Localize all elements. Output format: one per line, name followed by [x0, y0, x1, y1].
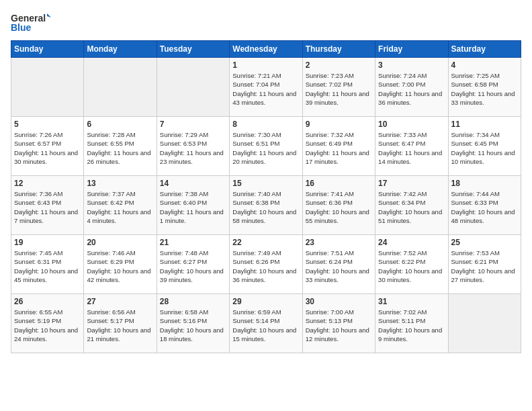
- day-info: Sunrise: 7:37 AMSunset: 6:42 PMDaylight:…: [87, 189, 153, 225]
- calendar-cell: 6Sunrise: 7:28 AMSunset: 6:55 PMDaylight…: [84, 117, 157, 176]
- calendar-cell: 12Sunrise: 7:36 AMSunset: 6:43 PMDayligh…: [11, 176, 84, 235]
- calendar-cell: [84, 58, 157, 117]
- calendar-table: SundayMondayTuesdayWednesdayThursdayFrid…: [11, 40, 521, 353]
- day-info: Sunrise: 7:52 AMSunset: 6:22 PMDaylight:…: [378, 248, 445, 284]
- calendar-cell: 5Sunrise: 7:26 AMSunset: 6:57 PMDaylight…: [11, 117, 84, 176]
- calendar-cell: 31Sunrise: 7:02 AMSunset: 5:11 PMDayligh…: [375, 294, 448, 353]
- day-number: 6: [87, 120, 153, 129]
- day-info: Sunrise: 7:29 AMSunset: 6:53 PMDaylight:…: [160, 130, 226, 166]
- calendar-cell: 11Sunrise: 7:34 AMSunset: 6:45 PMDayligh…: [448, 117, 521, 176]
- day-number: 17: [378, 179, 445, 188]
- day-number: 2: [306, 60, 372, 70]
- calendar-cell: 8Sunrise: 7:30 AMSunset: 6:51 PMDaylight…: [230, 117, 302, 176]
- day-number: 5: [14, 120, 81, 129]
- day-info: Sunrise: 7:46 AMSunset: 6:29 PMDaylight:…: [87, 248, 153, 284]
- day-number: 31: [378, 297, 445, 306]
- calendar-cell: 18Sunrise: 7:44 AMSunset: 6:33 PMDayligh…: [448, 176, 521, 235]
- calendar-week-2: 5Sunrise: 7:26 AMSunset: 6:57 PMDaylight…: [11, 117, 521, 176]
- day-number: 14: [160, 179, 226, 188]
- calendar-cell: 10Sunrise: 7:33 AMSunset: 6:47 PMDayligh…: [375, 117, 448, 176]
- day-info: Sunrise: 7:38 AMSunset: 6:40 PMDaylight:…: [160, 189, 226, 225]
- day-info: Sunrise: 6:56 AMSunset: 5:17 PMDaylight:…: [87, 308, 153, 343]
- day-number: 16: [306, 179, 372, 188]
- calendar-cell: 14Sunrise: 7:38 AMSunset: 6:40 PMDayligh…: [157, 176, 229, 235]
- day-number: 24: [378, 238, 445, 247]
- weekday-header-thursday: Thursday: [302, 41, 375, 58]
- day-info: Sunrise: 6:58 AMSunset: 5:16 PMDaylight:…: [160, 308, 226, 343]
- calendar-cell: 25Sunrise: 7:53 AMSunset: 6:21 PMDayligh…: [448, 235, 521, 294]
- day-number: 26: [14, 297, 81, 306]
- day-number: 21: [160, 238, 226, 247]
- day-info: Sunrise: 7:51 AMSunset: 6:24 PMDaylight:…: [306, 248, 372, 284]
- weekday-header-wednesday: Wednesday: [230, 41, 302, 58]
- header: GeneralBlue: [11, 11, 521, 35]
- day-number: 10: [378, 120, 445, 129]
- day-number: 19: [14, 238, 81, 247]
- calendar-cell: 22Sunrise: 7:49 AMSunset: 6:26 PMDayligh…: [230, 235, 302, 294]
- calendar-cell: [11, 58, 84, 117]
- calendar-cell: 9Sunrise: 7:32 AMSunset: 6:49 PMDaylight…: [302, 117, 375, 176]
- calendar-cell: 15Sunrise: 7:40 AMSunset: 6:38 PMDayligh…: [230, 176, 302, 235]
- day-number: 11: [451, 120, 518, 129]
- weekday-header-monday: Monday: [84, 41, 157, 58]
- calendar-cell: 24Sunrise: 7:52 AMSunset: 6:22 PMDayligh…: [375, 235, 448, 294]
- day-info: Sunrise: 7:45 AMSunset: 6:31 PMDaylight:…: [14, 248, 81, 284]
- calendar-cell: 16Sunrise: 7:41 AMSunset: 6:36 PMDayligh…: [302, 176, 375, 235]
- day-number: 22: [232, 238, 299, 247]
- calendar-cell: 4Sunrise: 7:25 AMSunset: 6:58 PMDaylight…: [448, 58, 521, 117]
- day-info: Sunrise: 7:32 AMSunset: 6:49 PMDaylight:…: [306, 130, 372, 166]
- calendar-week-5: 26Sunrise: 6:55 AMSunset: 5:19 PMDayligh…: [11, 294, 521, 353]
- calendar-cell: 28Sunrise: 6:58 AMSunset: 5:16 PMDayligh…: [157, 294, 229, 353]
- day-number: 12: [14, 179, 81, 188]
- day-number: 25: [451, 238, 518, 247]
- day-info: Sunrise: 7:02 AMSunset: 5:11 PMDaylight:…: [378, 308, 445, 343]
- logo-svg: GeneralBlue: [11, 11, 51, 35]
- weekday-header-sunday: Sunday: [11, 41, 84, 58]
- day-number: 28: [160, 297, 226, 306]
- day-info: Sunrise: 7:00 AMSunset: 5:13 PMDaylight:…: [306, 308, 372, 343]
- calendar-cell: 17Sunrise: 7:42 AMSunset: 6:34 PMDayligh…: [375, 176, 448, 235]
- calendar-cell: 2Sunrise: 7:23 AMSunset: 7:02 PMDaylight…: [302, 58, 375, 117]
- calendar-week-1: 1Sunrise: 7:21 AMSunset: 7:04 PMDaylight…: [11, 58, 521, 117]
- day-info: Sunrise: 7:28 AMSunset: 6:55 PMDaylight:…: [87, 130, 153, 166]
- day-info: Sunrise: 7:26 AMSunset: 6:57 PMDaylight:…: [14, 130, 81, 166]
- day-number: 29: [232, 297, 299, 306]
- calendar-cell: [448, 294, 521, 353]
- day-info: Sunrise: 7:25 AMSunset: 6:58 PMDaylight:…: [451, 71, 518, 107]
- calendar-week-3: 12Sunrise: 7:36 AMSunset: 6:43 PMDayligh…: [11, 176, 521, 235]
- calendar-week-4: 19Sunrise: 7:45 AMSunset: 6:31 PMDayligh…: [11, 235, 521, 294]
- weekday-header-tuesday: Tuesday: [157, 41, 229, 58]
- day-info: Sunrise: 7:49 AMSunset: 6:26 PMDaylight:…: [232, 248, 299, 284]
- weekday-header-row: SundayMondayTuesdayWednesdayThursdayFrid…: [11, 41, 521, 58]
- day-info: Sunrise: 7:41 AMSunset: 6:36 PMDaylight:…: [306, 189, 372, 225]
- day-number: 27: [87, 297, 153, 306]
- day-info: Sunrise: 7:40 AMSunset: 6:38 PMDaylight:…: [232, 189, 299, 225]
- day-number: 30: [306, 297, 372, 306]
- day-number: 13: [87, 179, 153, 188]
- calendar-cell: 29Sunrise: 6:59 AMSunset: 5:14 PMDayligh…: [230, 294, 302, 353]
- weekday-header-saturday: Saturday: [448, 41, 521, 58]
- day-info: Sunrise: 7:30 AMSunset: 6:51 PMDaylight:…: [232, 130, 299, 166]
- calendar-cell: 21Sunrise: 7:48 AMSunset: 6:27 PMDayligh…: [157, 235, 229, 294]
- day-number: 23: [306, 238, 372, 247]
- day-info: Sunrise: 7:21 AMSunset: 7:04 PMDaylight:…: [232, 71, 299, 107]
- calendar-cell: 3Sunrise: 7:24 AMSunset: 7:00 PMDaylight…: [375, 58, 448, 117]
- day-info: Sunrise: 7:24 AMSunset: 7:00 PMDaylight:…: [378, 71, 445, 107]
- day-number: 1: [232, 60, 299, 70]
- day-number: 8: [232, 120, 299, 129]
- day-number: 20: [87, 238, 153, 247]
- calendar-cell: 1Sunrise: 7:21 AMSunset: 7:04 PMDaylight…: [230, 58, 302, 117]
- day-info: Sunrise: 6:55 AMSunset: 5:19 PMDaylight:…: [14, 308, 81, 343]
- calendar-cell: 26Sunrise: 6:55 AMSunset: 5:19 PMDayligh…: [11, 294, 84, 353]
- calendar-cell: 27Sunrise: 6:56 AMSunset: 5:17 PMDayligh…: [84, 294, 157, 353]
- day-info: Sunrise: 7:23 AMSunset: 7:02 PMDaylight:…: [306, 71, 372, 107]
- day-info: Sunrise: 7:53 AMSunset: 6:21 PMDaylight:…: [451, 248, 518, 284]
- day-info: Sunrise: 7:36 AMSunset: 6:43 PMDaylight:…: [14, 189, 81, 225]
- day-number: 3: [378, 60, 445, 70]
- calendar-cell: 13Sunrise: 7:37 AMSunset: 6:42 PMDayligh…: [84, 176, 157, 235]
- svg-text:Blue: Blue: [11, 22, 32, 33]
- calendar-cell: 23Sunrise: 7:51 AMSunset: 6:24 PMDayligh…: [302, 235, 375, 294]
- calendar-cell: [157, 58, 229, 117]
- svg-marker-1: [47, 13, 51, 17]
- day-info: Sunrise: 7:34 AMSunset: 6:45 PMDaylight:…: [451, 130, 518, 166]
